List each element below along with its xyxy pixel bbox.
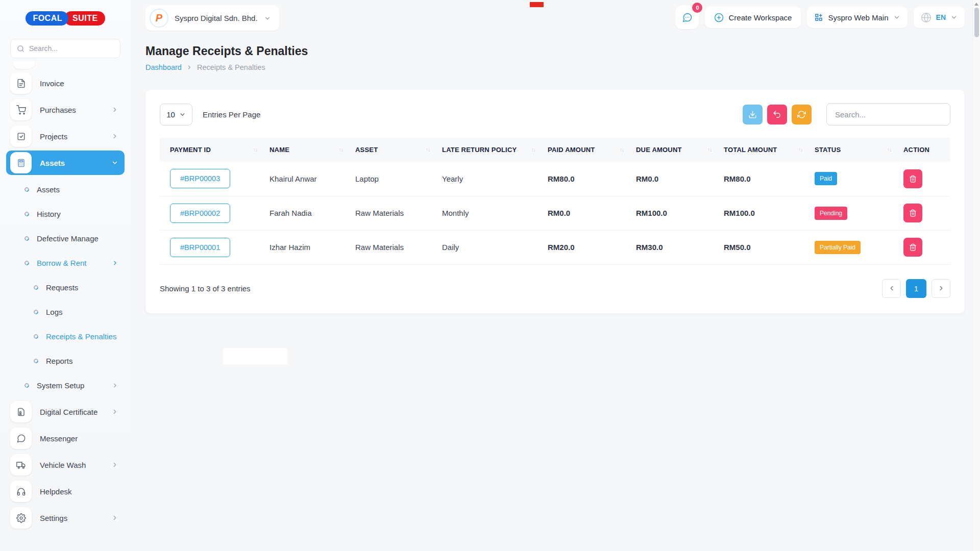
brand-logo[interactable]: FOCAL SUITE xyxy=(0,0,131,26)
sidebar-subitem-label: Reports xyxy=(46,357,118,365)
sort-icon[interactable]: ↑↓ xyxy=(620,147,624,153)
table-search-input[interactable] xyxy=(826,103,950,126)
table-row: #BRP00002 Farah Nadia Raw Materials Mont… xyxy=(160,196,950,230)
cell-asset: Laptop xyxy=(350,162,437,196)
sidebar-subitem-label: Borrow & Rent xyxy=(37,259,112,267)
sidebar-item-label: Vehicle Wash xyxy=(40,461,111,469)
sort-icon[interactable]: ↑↓ xyxy=(887,147,891,153)
cell-due-amount: RM100.0 xyxy=(631,196,719,230)
sidebar-item-vehicle-wash[interactable]: Vehicle Wash xyxy=(6,453,125,477)
col-status: STATUS↑↓ xyxy=(810,138,898,162)
sidebar-item-projects[interactable]: Projects xyxy=(6,124,125,148)
bullet-icon xyxy=(23,260,30,266)
scrollbar-up-arrow[interactable] xyxy=(974,3,978,6)
chevron-right-icon xyxy=(111,106,118,113)
sidebar-item-messenger[interactable]: Messenger xyxy=(6,426,125,450)
status-badge: Partially Paid xyxy=(815,241,861,254)
sidebar-item-logs[interactable]: Logs xyxy=(0,299,131,324)
grid-icon xyxy=(814,13,823,22)
page-title: Manage Receipts & Penalties xyxy=(145,44,965,58)
col-due-amount: DUE AMOUNT↑↓ xyxy=(631,138,719,162)
chevron-down-icon xyxy=(179,111,186,118)
sidebar-item-purchases[interactable]: Purchases xyxy=(6,97,125,122)
sort-icon[interactable]: ↑↓ xyxy=(707,147,712,153)
stray-white-box xyxy=(223,348,287,364)
entries-per-page-select[interactable]: 10 xyxy=(160,104,192,126)
brand-logo-focal: FOCAL xyxy=(26,11,68,26)
sidebar-item-assets[interactable]: Assets xyxy=(6,151,125,175)
sidebar-item-helpdesk[interactable]: Helpdesk xyxy=(6,479,125,504)
sidebar-item-receipts-penalties[interactable]: Receipts & Penalties xyxy=(0,324,131,348)
download-button[interactable] xyxy=(743,105,763,124)
payment-id-button[interactable]: #BRP00001 xyxy=(170,238,230,257)
download-icon xyxy=(748,110,757,119)
scrollbar-thumb[interactable] xyxy=(974,8,979,37)
calculator-icon xyxy=(10,152,32,173)
bullet-icon xyxy=(23,186,30,193)
status-badge: Paid xyxy=(815,172,837,185)
language-selector[interactable]: EN xyxy=(914,7,965,28)
cell-due-amount: RM0.0 xyxy=(631,162,719,196)
table-controls: 10 Entries Per Page xyxy=(160,103,950,126)
chevron-down-icon xyxy=(111,159,118,166)
sidebar-item-borrow-rent[interactable]: Borrow & Rent xyxy=(0,251,131,275)
trash-icon xyxy=(909,175,917,183)
cell-policy: Daily xyxy=(437,230,543,264)
sort-icon[interactable]: ↑↓ xyxy=(531,147,535,153)
cell-name: Khairul Anwar xyxy=(264,162,350,196)
sidebar-item-reports[interactable]: Reports xyxy=(0,348,131,373)
col-payment-id: PAYMENT ID↑↓ xyxy=(160,138,264,162)
delete-button[interactable] xyxy=(903,169,922,188)
payment-id-button[interactable]: #BRP00002 xyxy=(170,204,230,223)
sidebar-subitem-label: Assets xyxy=(37,185,118,194)
globe-icon xyxy=(921,12,932,23)
sidebar-item-history[interactable]: History xyxy=(0,202,131,226)
delete-button[interactable] xyxy=(903,204,922,222)
refresh-button[interactable] xyxy=(792,105,812,124)
app-selector[interactable]: Syspro Web Main xyxy=(807,7,907,28)
pagination-page-1[interactable]: 1 xyxy=(906,279,926,298)
sidebar-item-system-setup[interactable]: System Setup xyxy=(0,373,131,397)
sort-icon[interactable]: ↑↓ xyxy=(253,147,257,153)
sidebar-item-defective-manage[interactable]: Defective Manage xyxy=(0,226,131,251)
receipts-table-card: 10 Entries Per Page xyxy=(145,90,965,313)
sidebar-search-input[interactable] xyxy=(29,44,111,53)
sidebar-item-requests[interactable]: Requests xyxy=(0,275,131,299)
sort-icon[interactable]: ↑↓ xyxy=(339,147,343,153)
chat-button[interactable]: 0 xyxy=(675,6,699,29)
sidebar-subitem-label: Requests xyxy=(46,283,118,292)
sidebar-item-settings[interactable]: Settings xyxy=(6,506,125,530)
sidebar-subitem-label: System Setup xyxy=(37,381,112,390)
search-icon xyxy=(17,45,24,53)
col-asset: ASSET↑↓ xyxy=(350,138,437,162)
cell-total-amount: RM50.0 xyxy=(719,230,810,264)
status-badge: Pending xyxy=(815,207,847,220)
chevron-down-icon xyxy=(950,14,958,21)
sidebar-item-assets-sub[interactable]: Assets xyxy=(0,177,131,202)
pagination-prev-button[interactable] xyxy=(882,279,901,298)
sidebar-item-invoice[interactable]: Invoice xyxy=(6,71,125,95)
plus-circle-icon xyxy=(714,13,724,22)
col-paid-amount: PAID AMOUNT↑↓ xyxy=(543,138,631,162)
bullet-icon xyxy=(33,358,39,364)
page-scrollbar[interactable] xyxy=(972,0,980,551)
undo-button[interactable] xyxy=(767,105,787,124)
sort-icon[interactable]: ↑↓ xyxy=(426,147,430,153)
breadcrumb-dashboard-link[interactable]: Dashboard xyxy=(145,63,182,71)
create-workspace-button[interactable]: Create Workspace xyxy=(705,7,801,28)
sidebar-item-digital-certificate[interactable]: Digital Certificate xyxy=(6,399,125,424)
sidebar-subitem-label: Receipts & Penalties xyxy=(46,332,118,341)
pagination-next-button[interactable] xyxy=(932,279,950,298)
chat-bubble-icon xyxy=(10,428,32,449)
col-late-return-policy: LATE RETURN POLICY↑↓ xyxy=(437,138,543,162)
chevron-right-icon xyxy=(111,514,118,521)
cell-name: Izhar Hazim xyxy=(264,230,350,264)
delete-button[interactable] xyxy=(903,238,922,257)
stray-red-artifact xyxy=(530,2,544,7)
workspace-selector[interactable]: P Syspro Digital Sdn. Bhd. xyxy=(145,6,279,31)
workspace-name: Syspro Digital Sdn. Bhd. xyxy=(175,14,258,22)
chevron-right-icon xyxy=(186,64,192,70)
cell-due-amount: RM30.0 xyxy=(631,230,719,264)
payment-id-button[interactable]: #BRP00003 xyxy=(170,169,230,188)
sort-icon[interactable]: ↑↓ xyxy=(798,147,802,153)
